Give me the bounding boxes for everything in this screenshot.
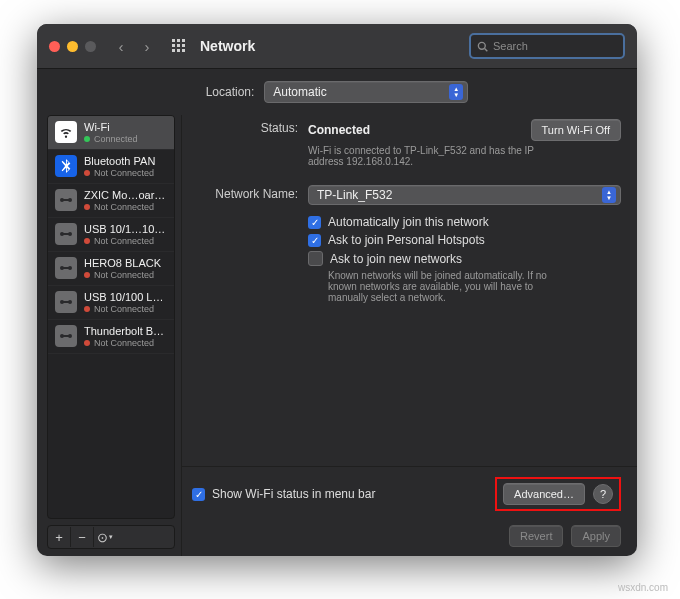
ethernet-icon <box>55 291 77 313</box>
sidebar-item-label: USB 10/1…1000 LAN <box>84 223 167 236</box>
body: Wi-Fi Connected Bluetooth PAN Not Connec… <box>37 115 637 556</box>
sidebar-item-hero8[interactable]: HERO8 BLACK Not Connected <box>48 252 174 286</box>
sidebar-item-label: HERO8 BLACK <box>84 257 161 270</box>
apply-button[interactable]: Apply <box>571 525 621 547</box>
sidebar-footer: + − ⊙▾ <box>47 525 175 549</box>
svg-rect-13 <box>62 199 70 201</box>
network-preferences-window: ‹ › Network Search Location: Automatic ▲… <box>37 24 637 556</box>
back-button[interactable]: ‹ <box>110 35 132 57</box>
main-pane: Status: Connected Turn Wi-Fi Off Wi-Fi i… <box>182 115 637 556</box>
sidebar-item-thunderbolt[interactable]: Thunderbolt Bridge Not Connected <box>48 320 174 354</box>
ask-hotspot-checkbox[interactable]: ✓ Ask to join Personal Hotspots <box>308 233 621 247</box>
status-dot-icon <box>84 340 90 346</box>
watermark: wsxdn.com <box>618 582 668 593</box>
svg-rect-16 <box>62 233 70 235</box>
sidebar: Wi-Fi Connected Bluetooth PAN Not Connec… <box>37 115 182 556</box>
help-button[interactable]: ? <box>593 484 613 504</box>
sidebar-item-label: Bluetooth PAN <box>84 155 155 168</box>
ask-new-networks-checkbox[interactable]: Ask to join new networks <box>308 251 621 266</box>
add-interface-button[interactable]: + <box>48 527 71 547</box>
location-label: Location: <box>206 85 255 99</box>
close-icon[interactable] <box>49 41 60 52</box>
wifi-toggle-button[interactable]: Turn Wi-Fi Off <box>531 119 621 141</box>
zoom-icon[interactable] <box>85 41 96 52</box>
ethernet-icon <box>55 257 77 279</box>
sidebar-item-label: Wi-Fi <box>84 121 138 134</box>
titlebar: ‹ › Network Search <box>37 24 637 69</box>
search-icon <box>477 41 488 52</box>
advanced-highlight: Advanced… ? <box>495 477 621 511</box>
revert-button[interactable]: Revert <box>509 525 563 547</box>
sidebar-item-label: ZXIC Mo…oardband <box>84 189 167 202</box>
sidebar-item-usb-100[interactable]: USB 10/100 LAN Not Connected <box>48 286 174 320</box>
checkbox-checked-icon: ✓ <box>308 234 321 247</box>
network-name-select[interactable]: TP-Link_F532 ▲▼ <box>308 185 621 205</box>
chevron-up-down-icon: ▲▼ <box>449 84 463 100</box>
svg-rect-22 <box>62 301 70 303</box>
svg-rect-4 <box>177 44 180 47</box>
svg-rect-0 <box>172 39 175 42</box>
nav-arrows: ‹ › <box>110 35 158 57</box>
wifi-icon <box>55 121 77 143</box>
ethernet-icon <box>55 223 77 245</box>
status-description: Wi-Fi is connected to TP-Link_F532 and h… <box>308 145 548 167</box>
checkbox-unchecked-icon <box>308 251 323 266</box>
window-title: Network <box>200 38 255 54</box>
bluetooth-icon <box>55 155 77 177</box>
svg-rect-19 <box>62 267 70 269</box>
svg-line-10 <box>485 48 488 51</box>
search-placeholder: Search <box>493 40 528 52</box>
status-dot-icon <box>84 238 90 244</box>
svg-rect-7 <box>177 49 180 52</box>
network-name-label: Network Name: <box>192 185 308 303</box>
remove-interface-button[interactable]: − <box>71 527 94 547</box>
sidebar-item-label: USB 10/100 LAN <box>84 291 167 304</box>
svg-rect-25 <box>62 335 70 337</box>
sidebar-item-zxic[interactable]: ZXIC Mo…oardband Not Connected <box>48 184 174 218</box>
ask-new-description: Known networks will be joined automatica… <box>328 270 568 303</box>
show-all-button[interactable] <box>168 35 190 57</box>
sidebar-item-bluetooth-pan[interactable]: Bluetooth PAN Not Connected <box>48 150 174 184</box>
checkbox-checked-icon: ✓ <box>192 488 205 501</box>
chevron-up-down-icon: ▲▼ <box>602 187 616 203</box>
forward-button[interactable]: › <box>136 35 158 57</box>
sidebar-item-label: Thunderbolt Bridge <box>84 325 167 338</box>
status-dot-icon <box>84 272 90 278</box>
svg-rect-1 <box>177 39 180 42</box>
svg-rect-2 <box>182 39 185 42</box>
advanced-button[interactable]: Advanced… <box>503 483 585 505</box>
interface-actions-menu[interactable]: ⊙▾ <box>94 527 116 547</box>
window-controls <box>49 41 96 52</box>
interface-list: Wi-Fi Connected Bluetooth PAN Not Connec… <box>47 115 175 519</box>
svg-rect-3 <box>172 44 175 47</box>
status-dot-icon <box>84 170 90 176</box>
show-wifi-menu-checkbox[interactable]: ✓ Show Wi-Fi status in menu bar <box>192 487 375 501</box>
svg-point-9 <box>478 42 485 49</box>
minimize-icon[interactable] <box>67 41 78 52</box>
location-select[interactable]: Automatic ▲▼ <box>264 81 468 103</box>
ethernet-icon <box>55 189 77 211</box>
status-dot-icon <box>84 306 90 312</box>
location-value: Automatic <box>273 85 326 99</box>
sidebar-item-usb-1000[interactable]: USB 10/1…1000 LAN Not Connected <box>48 218 174 252</box>
checkbox-checked-icon: ✓ <box>308 216 321 229</box>
sidebar-item-wifi[interactable]: Wi-Fi Connected <box>48 116 174 150</box>
network-name-value: TP-Link_F532 <box>317 188 392 202</box>
divider <box>182 466 637 467</box>
svg-rect-6 <box>172 49 175 52</box>
location-row: Location: Automatic ▲▼ <box>37 69 637 115</box>
svg-rect-5 <box>182 44 185 47</box>
status-value: Connected <box>308 123 370 137</box>
status-dot-icon <box>84 136 90 142</box>
ethernet-icon <box>55 325 77 347</box>
status-dot-icon <box>84 204 90 210</box>
status-label: Status: <box>192 119 308 167</box>
svg-rect-8 <box>182 49 185 52</box>
auto-join-checkbox[interactable]: ✓ Automatically join this network <box>308 215 621 229</box>
search-field[interactable]: Search <box>469 33 625 59</box>
